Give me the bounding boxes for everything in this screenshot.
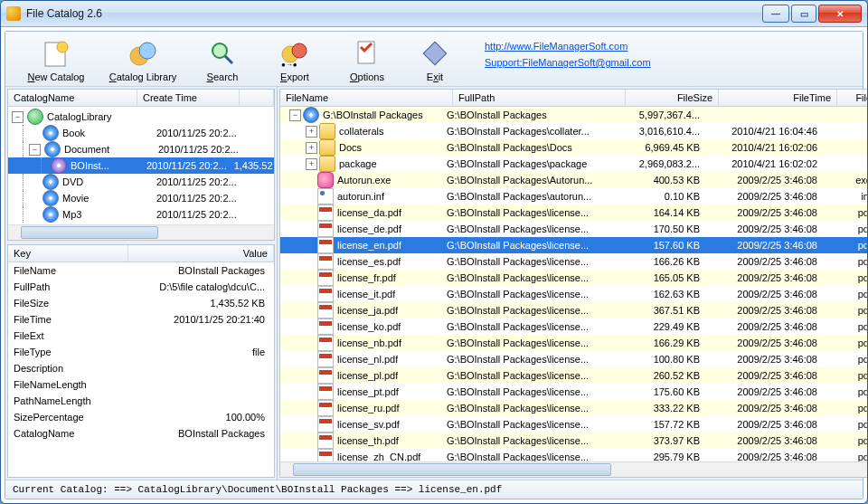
export-icon: ●→● <box>278 37 311 70</box>
property-row[interactable]: FileSize1,435.52 KB <box>8 295 274 311</box>
col-catalog-name[interactable]: CatalogName <box>8 90 137 106</box>
file-row[interactable]: +DocsG:\BOInstall Packages\Docs6,969.45 … <box>280 139 868 156</box>
minimize-button[interactable]: — <box>762 5 789 23</box>
file-row[interactable]: license_sv.pdfG:\BOInstall Packages\lice… <box>280 416 868 433</box>
file-grid-header[interactable]: FileName FullPath FileSize FileTime File… <box>280 90 868 107</box>
properties-panel: Key Value FileNameBOInstall PackagesFull… <box>7 244 275 478</box>
col-key[interactable]: Key <box>8 245 128 262</box>
file-row[interactable]: license_pt.pdfG:\BOInstall Packages\lice… <box>280 384 868 400</box>
file-row[interactable]: license_zh_CN.pdfG:\BOInstall Packages\l… <box>280 449 868 461</box>
options-button[interactable]: Options <box>331 35 403 84</box>
col-create-time[interactable]: Create Time <box>137 90 240 106</box>
file-icon <box>317 400 334 416</box>
property-row[interactable]: CatalogNameBOInstall Packages <box>8 425 274 442</box>
export-button[interactable]: ●→● Export <box>259 35 331 84</box>
file-icon <box>317 335 334 351</box>
catalog-tree-header[interactable]: CatalogName Create Time <box>8 90 274 107</box>
svg-line-5 <box>225 56 232 63</box>
tree-item[interactable]: Mp32010/11/25 20:2... <box>8 206 274 223</box>
col-filetime[interactable]: FileTime <box>719 90 837 106</box>
property-row[interactable]: FileTypefile <box>8 344 274 360</box>
file-row[interactable]: +collateralsG:\BOInstall Packages\collat… <box>280 123 868 139</box>
search-button[interactable]: Search <box>186 35 259 84</box>
file-icon <box>317 188 334 204</box>
file-icon <box>317 384 334 400</box>
tree-hscroll[interactable] <box>8 224 274 240</box>
new-catalog-icon <box>40 37 72 70</box>
close-button[interactable]: ✕ <box>818 5 862 23</box>
col-filesize[interactable]: FileSize <box>626 90 719 106</box>
col-extra[interactable] <box>240 90 274 106</box>
property-row[interactable]: FileTime2010/11/25 20:21:40 <box>8 311 274 328</box>
file-icon <box>319 139 335 156</box>
properties-list[interactable]: FileNameBOInstall PackagesFullPathD:\5\f… <box>8 262 274 477</box>
col-fullpath[interactable]: FullPath <box>453 90 626 106</box>
file-row[interactable]: license_es.pdfG:\BOInstall Packages\lice… <box>280 253 868 270</box>
file-grid: FileName FullPath FileSize FileTime File… <box>279 89 868 478</box>
maximize-button[interactable]: ▭ <box>791 5 816 23</box>
file-row[interactable]: license_ja.pdfG:\BOInstall Packages\lice… <box>280 302 868 319</box>
col-fileext[interactable]: FileExt <box>837 90 868 106</box>
tree-root[interactable]: −CatalogLibrary <box>8 109 274 125</box>
col-filename[interactable]: FileName <box>280 90 453 106</box>
grid-hscroll[interactable] <box>280 461 868 477</box>
svg-text:●→●: ●→● <box>281 61 297 69</box>
file-row[interactable]: +packageG:\BOInstall Packages\package2,9… <box>280 156 868 172</box>
file-icon <box>317 221 334 237</box>
file-row[interactable]: license_ko.pdfG:\BOInstall Packages\lice… <box>280 319 868 335</box>
property-row[interactable]: Description <box>8 360 274 376</box>
new-catalog-button[interactable]: New Catalog <box>13 35 99 84</box>
file-row[interactable]: Autorun.exeG:\BOInstall Packages\Autorun… <box>280 172 868 188</box>
svg-point-4 <box>212 43 227 58</box>
website-link[interactable]: http://www.FileManagerSoft.com <box>485 41 651 52</box>
exit-button[interactable]: Exit <box>403 35 467 84</box>
file-row[interactable]: license_ru.pdfG:\BOInstall Packages\lice… <box>280 400 868 416</box>
svg-point-7 <box>292 43 307 58</box>
svg-rect-10 <box>423 42 446 64</box>
file-icon <box>317 367 334 384</box>
titlebar[interactable]: File Catalog 2.6 — ▭ ✕ <box>1 1 867 27</box>
file-row[interactable]: license_da.pdfG:\BOInstall Packages\lice… <box>280 204 868 221</box>
exit-icon <box>419 37 451 70</box>
property-row[interactable]: FullPathD:\5\file catalog\dcu\C... <box>8 279 274 295</box>
tree-item[interactable]: DVD2010/11/25 20:2... <box>8 174 274 190</box>
property-row[interactable]: SizePercentage100.00% <box>8 409 274 425</box>
file-row[interactable]: license_de.pdfG:\BOInstall Packages\lice… <box>280 221 868 237</box>
options-label: ptions <box>358 71 384 82</box>
tree-item[interactable]: −Document2010/11/25 20:2... <box>8 141 274 157</box>
svg-point-1 <box>57 42 68 52</box>
file-icon <box>317 204 334 221</box>
catalog-library-label: atalog Library <box>117 71 177 82</box>
properties-header[interactable]: Key Value <box>8 245 274 262</box>
search-label: earch <box>213 71 239 82</box>
tree-item[interactable]: Book2010/11/25 20:2... <box>8 125 274 141</box>
file-row[interactable]: license_en.pdfG:\BOInstall Packages\lice… <box>280 237 868 253</box>
property-row[interactable]: FileExt <box>8 328 274 344</box>
window-title: File Catalog 2.6 <box>26 7 762 20</box>
file-row[interactable]: autorun.infG:\BOInstall Packages\autorun… <box>280 188 868 204</box>
export-label: xport <box>287 71 308 82</box>
new-catalog-label: ew Catalog <box>34 71 84 82</box>
tree-item[interactable]: BOInst...2010/11/25 20:2...1,435.52 <box>8 157 274 174</box>
property-row[interactable]: FileNameLength <box>8 376 274 393</box>
support-link[interactable]: Support:FileManagerSoft@gmail.com <box>485 57 651 68</box>
file-icon <box>319 123 335 139</box>
tree-item[interactable]: Movie2010/11/25 20:2... <box>8 190 274 206</box>
file-grid-rows[interactable]: −G:\BOInstall PackagesG:\BOInstall Packa… <box>280 107 868 461</box>
app-icon <box>6 6 21 21</box>
file-row[interactable]: license_nb.pdfG:\BOInstall Packages\lice… <box>280 335 868 351</box>
file-row[interactable]: license_it.pdfG:\BOInstall Packages\lice… <box>280 286 868 302</box>
property-row[interactable]: PathNameLength <box>8 393 274 409</box>
file-row[interactable]: license_th.pdfG:\BOInstall Packages\lice… <box>280 433 868 449</box>
search-icon <box>206 37 239 70</box>
file-icon <box>317 237 334 253</box>
catalog-library-button[interactable]: Catalog Library <box>99 35 186 84</box>
file-row[interactable]: license_fr.pdfG:\BOInstall Packages\lice… <box>280 270 868 286</box>
file-row[interactable]: license_pl.pdfG:\BOInstall Packages\lice… <box>280 367 868 384</box>
catalog-tree[interactable]: −CatalogLibraryBook2010/11/25 20:2...−Do… <box>8 107 274 224</box>
file-row[interactable]: −G:\BOInstall PackagesG:\BOInstall Packa… <box>280 107 868 123</box>
property-row[interactable]: FileNameBOInstall Packages <box>8 262 274 279</box>
file-row[interactable]: license_nl.pdfG:\BOInstall Packages\lice… <box>280 351 868 367</box>
col-value[interactable]: Value <box>128 245 274 262</box>
options-icon <box>351 37 383 70</box>
